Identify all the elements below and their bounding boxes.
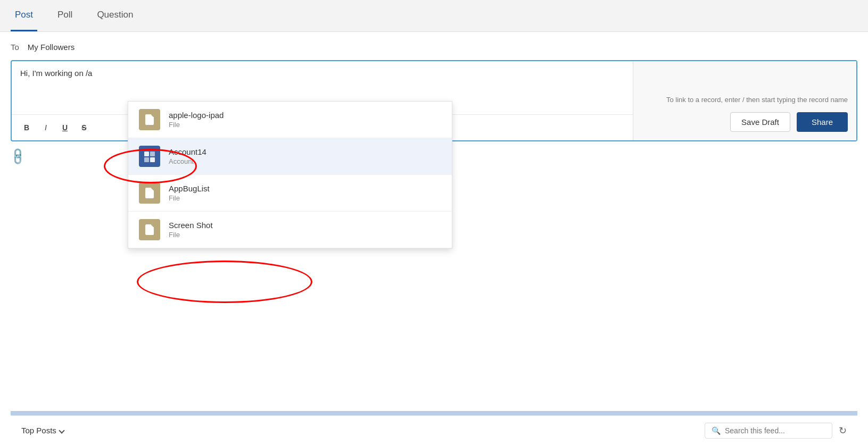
italic-button[interactable]: I (37, 119, 54, 136)
tab-bar: Post Poll Question (0, 0, 868, 32)
item-type: File (169, 194, 210, 202)
svg-rect-7 (147, 195, 150, 196)
editor-text: Hi, I'm working on /a (20, 69, 92, 78)
blue-band (11, 411, 857, 415)
list-item[interactable]: apple-logo-ipad File (128, 102, 452, 138)
item-text: AppBugList File (169, 184, 210, 202)
svg-rect-9 (147, 232, 150, 233)
svg-rect-0 (147, 120, 152, 121)
item-text: Account14 Account (169, 147, 206, 165)
strikethrough-button[interactable]: S (76, 119, 93, 136)
dropdown-overlay: apple-logo-ipad File (128, 101, 452, 249)
save-draft-button[interactable]: Save Draft (730, 112, 790, 132)
item-icon-box (139, 146, 160, 167)
svg-rect-5 (150, 157, 155, 162)
item-name: Account14 (169, 147, 206, 156)
item-icon-box (139, 182, 160, 204)
svg-rect-3 (150, 152, 155, 156)
svg-rect-1 (147, 122, 150, 123)
item-icon-box (139, 219, 160, 240)
tab-question[interactable]: Question (93, 0, 137, 31)
bottom-bar: Top Posts 🔍 ↻ (11, 415, 857, 445)
annotation-circle-account14 (137, 261, 312, 303)
file-icon (143, 187, 156, 199)
item-name: AppBugList (169, 184, 210, 193)
bold-button[interactable]: B (18, 119, 35, 136)
dropdown-list: apple-logo-ipad File (128, 102, 452, 248)
link-icon[interactable]: 🔗 (8, 147, 28, 166)
item-type: Account (169, 157, 206, 165)
right-hint-panel: To link to a record, enter / then start … (633, 61, 856, 140)
svg-rect-2 (144, 152, 149, 156)
top-posts-button[interactable]: Top Posts (21, 426, 64, 435)
search-feed: 🔍 ↻ (705, 423, 847, 439)
to-label: To (11, 43, 19, 52)
item-type: File (169, 121, 224, 129)
tab-post[interactable]: Post (11, 0, 37, 31)
search-icon: 🔍 (712, 426, 721, 435)
search-feed-input[interactable] (725, 426, 825, 435)
item-name: Screen Shot (169, 221, 213, 230)
list-item[interactable]: AppBugList File (128, 175, 452, 212)
file-icon (143, 113, 156, 126)
item-name: apple-logo-ipad (169, 111, 224, 120)
main-content: To My Followers Hi, I'm working on /a B … (0, 32, 868, 445)
item-text: Screen Shot File (169, 221, 213, 239)
to-field: To My Followers (11, 43, 857, 52)
refresh-button[interactable]: ↻ (839, 425, 847, 436)
underline-button[interactable]: U (56, 119, 73, 136)
svg-rect-8 (147, 230, 152, 231)
tab-poll[interactable]: Poll (53, 0, 77, 31)
svg-rect-4 (144, 157, 149, 162)
to-value[interactable]: My Followers (28, 43, 75, 52)
file-icon (143, 223, 156, 236)
svg-rect-6 (147, 193, 152, 194)
chevron-down-icon (59, 427, 64, 433)
item-type: File (169, 231, 213, 239)
action-buttons: Save Draft Share (730, 112, 848, 132)
account-icon (143, 150, 156, 163)
list-item[interactable]: Account14 Account (128, 138, 452, 175)
item-icon-box (139, 109, 160, 130)
search-input-wrapper: 🔍 (705, 423, 832, 439)
list-item[interactable]: Screen Shot File (128, 212, 452, 248)
hint-text: To link to a record, enter / then start … (666, 96, 848, 104)
share-button[interactable]: Share (797, 112, 848, 132)
item-text: apple-logo-ipad File (169, 111, 224, 129)
top-posts-label: Top Posts (21, 426, 56, 435)
